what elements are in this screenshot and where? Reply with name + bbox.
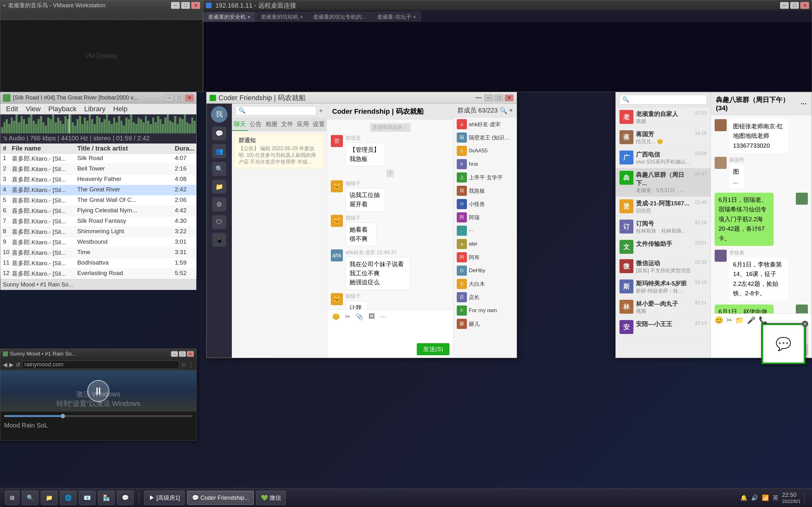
tab-settings[interactable]: 设置 (311, 118, 327, 131)
start-button[interactable]: ⊞ (5, 491, 19, 505)
track-row-5[interactable]: 6 喜多郎.Kitaro.- [Sil... Flying Celestial … (0, 206, 196, 216)
vmware-maximize-btn[interactable]: □ (181, 2, 190, 9)
track-row-7[interactable]: 8 喜多郎.Kitaro.- [Sil... Shimmering Light … (0, 227, 196, 237)
send-button[interactable]: 发送(S) (417, 343, 450, 355)
notification-icon[interactable]: 🔔 (740, 494, 747, 501)
foobar-menu-edit[interactable]: Edit (3, 104, 21, 114)
track-row-4[interactable]: 5 喜多郎.Kitaro.- [Sil... The Great Wall Of… (0, 195, 196, 206)
sidebar-settings-icon[interactable]: ⚙ (212, 198, 226, 211)
chat-close-btn[interactable]: ✕ (505, 95, 513, 101)
members-search-icon[interactable]: 🔍 (500, 107, 507, 114)
member-item-5[interactable]: 我 我急板 (454, 184, 517, 198)
foobar-menu-help[interactable]: Help (110, 104, 131, 114)
taskbar-explorer-btn[interactable]: 📁 (41, 491, 57, 505)
member-item-14[interactable]: F For my own (454, 304, 517, 317)
track-row-9[interactable]: 10 喜多郎.Kitaro.- [Sil... Time 3:31 (0, 248, 196, 258)
member-item-8[interactable]: · ··· (454, 224, 517, 237)
chat-maximize-btn[interactable]: □ (495, 95, 503, 101)
wechat-contact-8[interactable]: 斯 斯玛特美术4-5岁班 新财-特赵老师：桂... 22:15 (616, 277, 711, 297)
sidebar-shield-icon[interactable]: 🛡 (212, 215, 226, 229)
foobar-menu-playback[interactable]: Playback (45, 104, 80, 114)
tab-apps[interactable]: 应用 (295, 118, 311, 131)
tab-files[interactable]: 文件 (279, 118, 295, 131)
wechat-contact-9[interactable]: 林 林小爱—肉丸子 视频 22:11 (616, 297, 711, 318)
foobar-menu-library[interactable]: Library (81, 104, 109, 114)
screenshot-btn[interactable]: ✂ (344, 312, 352, 321)
bookmark-icon[interactable]: ☆ (181, 361, 186, 368)
popup-close-btn[interactable]: ✕ (802, 321, 808, 327)
taskbar-browser-btn[interactable]: 🌐 (60, 491, 77, 505)
chat-more-icon[interactable]: ━━ (475, 95, 482, 101)
wechat-contact-5[interactable]: 订 订阅号 桂林新路：桂林新路... 22:18 (616, 217, 711, 237)
member-item-15[interactable]: 砸 砸儿 (454, 317, 517, 331)
refresh-icon[interactable]: ↺ (15, 361, 20, 368)
back-icon[interactable]: ◀ (3, 361, 7, 368)
remote-tab-3[interactable]: 老顽童-坑坛子 × (372, 12, 420, 22)
track-row-10[interactable]: 11 喜多郎.Kitaro.- [Sil... Bodhisattva 1:59 (0, 258, 196, 269)
member-item-12[interactable]: 大 大白木 (454, 277, 517, 291)
member-item-7[interactable]: 阿 阿瑞 (454, 211, 517, 224)
play-pause-button[interactable]: ⏸ (87, 380, 109, 402)
taskbar-running-1[interactable]: 💬 Coder Friendship... (187, 491, 254, 505)
remote-tab-0[interactable]: 老顽童的安全机 × (203, 12, 255, 22)
track-row-0[interactable]: 1 喜多郎.Kitaro.- [Sil... Silk Road 4:07 (0, 154, 196, 164)
sidebar-folder-icon[interactable]: 📁 (212, 180, 226, 193)
sidebar-contacts-icon[interactable]: 👥 (212, 144, 226, 158)
member-item-11[interactable]: D DeHby (454, 264, 517, 277)
vmware-menu-vm[interactable]: 虚拟机(M) (86, 11, 118, 20)
member-item-9[interactable]: a alei (454, 237, 517, 250)
track-row-6[interactable]: 7 喜多郎.Kitaro.- [Sil... Silk Road Fantasy… (0, 216, 196, 227)
remote-tab-1[interactable]: 老顽童的坑站机 × (256, 12, 308, 22)
tab-chat[interactable]: 聊天 (232, 118, 248, 131)
remote-tab-2[interactable]: 老顽童的坑坛专机的5G内鸡 × (308, 12, 372, 22)
wechat-search-input[interactable] (619, 95, 707, 105)
foobar-close-btn[interactable]: ✕ (185, 95, 194, 101)
progress-bar[interactable] (4, 415, 193, 417)
sidebar-search-icon[interactable]: 🔍 (212, 162, 226, 176)
track-row-2[interactable]: 3 喜多郎.Kitaro.- [Sil... Heavenly Father 4… (0, 175, 196, 185)
foobar-minimize-btn[interactable]: ─ (165, 95, 173, 101)
wechat-contact-7[interactable]: 微 微信运动 [添加] 不支持此类型消息 22:33 (616, 257, 711, 277)
foobar-menu-view[interactable]: View (22, 104, 44, 114)
wechat-contact-2[interactable]: 广 广西电信 vivo S15系列手机确认... 22/26 (616, 148, 711, 168)
taskbar-email-btn[interactable]: 📧 (79, 491, 96, 505)
wechat-more-btn[interactable]: ⋯ (800, 100, 807, 107)
member-item-2[interactable]: 0 0xAA55 (454, 144, 517, 158)
rainmood-close-btn[interactable]: ✕ (187, 351, 194, 357)
wechat-contact-6[interactable]: 文 文件传输助手 22/11 (616, 237, 711, 257)
show-desktop-btn[interactable] (804, 492, 807, 504)
wechat-contact-3[interactable]: 犇 犇趣八班群（周日下... 老顽童：5月31日，... 22:47 (616, 168, 711, 197)
taskbar-running-2[interactable]: 💚 微信 (256, 491, 286, 505)
track-row-1[interactable]: 2 喜多郎.Kitaro.- [Sil... Bell Tower 2:16 (0, 164, 196, 175)
file-btn[interactable]: 📎 (354, 312, 365, 321)
vmware-minimize-btn[interactable]: ─ (171, 2, 180, 9)
emoji-btn[interactable]: 😊 (331, 312, 341, 321)
taskbar-running-0[interactable]: ▶ [高级房1] (144, 491, 185, 505)
wechat-contact-4[interactable]: 烫 烫成-21-阿莲1587... 旧信息 22:42 (616, 197, 711, 217)
more-icon[interactable]: ⋮ (188, 361, 194, 368)
chat-add-icon[interactable]: + (319, 107, 323, 115)
sidebar-chat-icon[interactable]: 💬 (212, 126, 226, 140)
rainmood-url-input[interactable] (22, 360, 179, 369)
forward-icon[interactable]: ▶ (9, 361, 14, 368)
track-row-3[interactable]: 4 喜多郎.Kitaro.- [Sil... The Great River 2… (0, 185, 196, 195)
chat-text-input[interactable] (331, 323, 450, 342)
vmware-menu-edit[interactable]: 编辑(E) (31, 11, 56, 20)
sidebar-phone-icon[interactable]: 📱 (212, 233, 226, 247)
chat-search-input[interactable] (236, 106, 316, 115)
taskbar-appstore-btn[interactable]: 🏪 (98, 491, 114, 505)
rainmood-maximize-btn[interactable]: □ (179, 351, 186, 357)
member-item-1[interactable]: 隔 隔壁老王 (知识就是是) (454, 131, 517, 144)
progress-thumb[interactable] (61, 414, 65, 418)
network-icon[interactable]: 📶 (762, 494, 769, 501)
wechat-contact-0[interactable]: 老 老顽童的自家人 视频 22:12 (616, 107, 711, 128)
track-row-11[interactable]: 12 喜多郎.Kitaro.- [Sil... Everlasting Road… (0, 269, 196, 279)
rainmood-minimize-btn[interactable]: ─ (171, 351, 178, 357)
vmware-close-btn[interactable]: ✕ (191, 2, 200, 9)
member-item-6[interactable]: 小 小怪兽 (454, 198, 517, 211)
member-item-3[interactable]: h hna (454, 158, 517, 171)
wc-emoji-btn[interactable]: 😊 (715, 316, 723, 325)
remote-close-btn[interactable]: ✕ (800, 2, 809, 9)
wechat-contact-10[interactable]: 安 安陪—小王王 22:13 (616, 318, 711, 337)
vmware-menu-view[interactable]: 查看(V) (58, 11, 84, 20)
